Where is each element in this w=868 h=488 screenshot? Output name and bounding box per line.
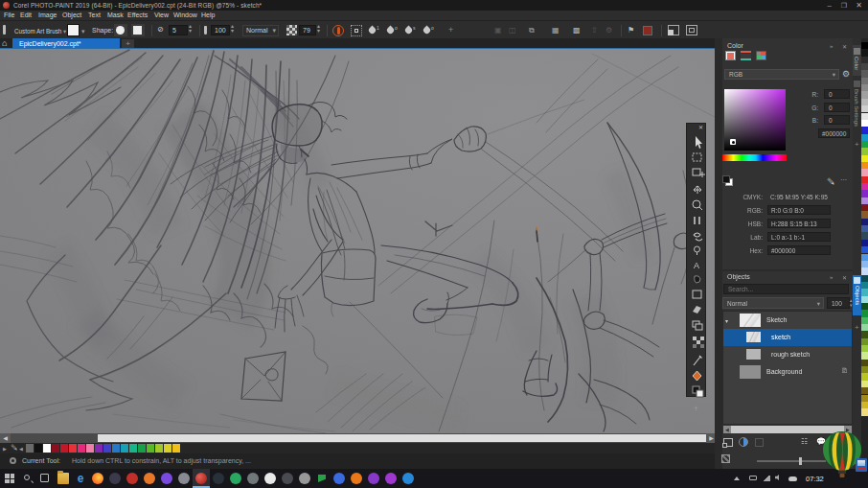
svg-text:A: A	[694, 261, 699, 270]
